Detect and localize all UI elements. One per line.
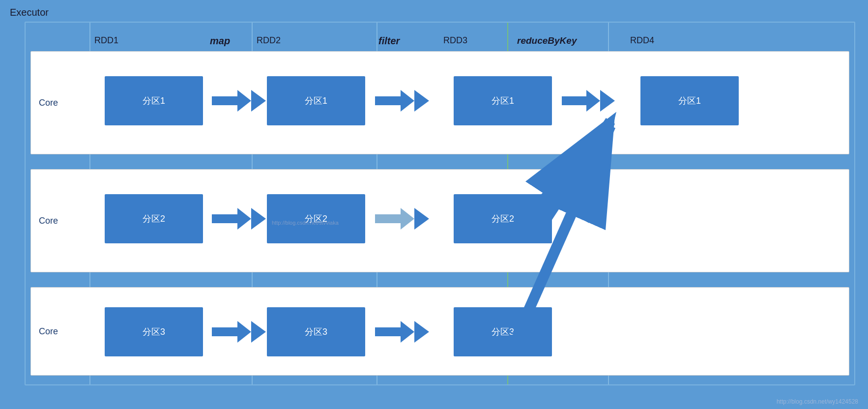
core-label-3: Core [39,326,58,337]
arrow-map-2 [212,208,266,230]
partition-rdd4-1: 分区1 [640,76,739,125]
partition-rdd2-2: 分区2 [267,194,365,243]
arrow-reduce-1 [562,90,615,112]
watermark-mid: http://blog.csdn.net/stvviaka [272,220,339,226]
partition-rdd3-2: 分区2 [454,194,552,243]
partition-rdd2-3: 分区3 [267,307,365,356]
arrow-map-1 [212,90,266,112]
arrow-map-3 [212,321,266,343]
col-header-rdd2: RDD2 [257,35,281,46]
core-row-1: Core 分区1 分区1 分区1 分区1 [30,51,849,154]
col-header-rdd3: RDD3 [443,35,467,46]
partition-rdd1-2: 分区2 [105,194,203,243]
arrow-filter-3 [375,321,429,343]
partition-rdd2-1: 分区1 [267,76,365,125]
executor-label: Executor [10,7,49,18]
arrow-filter-1 [375,90,429,112]
core-row-3: Core 分区3 分区3 分区3 [30,287,849,376]
col-header-rdd1: RDD1 [94,35,118,46]
col-header-filter: filter [378,35,400,47]
partition-rdd1-3: 分区3 [105,307,203,356]
partition-rdd1-1: 分区1 [105,76,203,125]
core-row-2: Core 分区2 分区2 分区2 http://blog.csdn.net/st… [30,169,849,272]
core-label-1: Core [39,98,58,108]
col-header-rdd4: RDD4 [630,35,654,46]
outer-box: RDD1 map RDD2 filter RDD3 reduceByKey RD… [25,22,855,385]
arrow-filter-2 [375,208,429,230]
col-header-reducebykey: reduceByKey [517,35,577,46]
watermark-bottom: http://blog.csdn.net/wy1424528 [777,398,858,405]
partition-rdd3-1: 分区1 [454,76,552,125]
core-label-2: Core [39,216,58,226]
col-header-map: map [210,35,230,47]
partition-rdd3-3: 分区3 [454,307,552,356]
